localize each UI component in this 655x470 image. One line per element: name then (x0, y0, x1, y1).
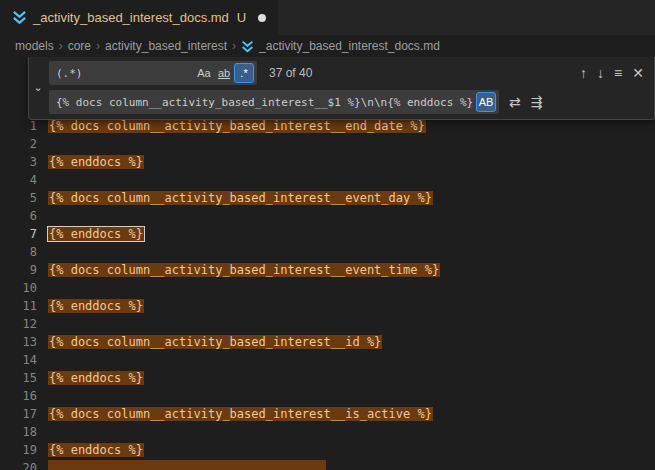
find-match (48, 460, 326, 470)
editor-pane[interactable]: ⌄ (.*) Aa ab .* 37 of 40 ↑ ↓ ≡ ✕ (0, 57, 655, 470)
line-content: {% docs column__activity_based_interest_… (46, 119, 655, 133)
find-match: {% docs column__activity_based_interest_… (48, 263, 440, 277)
match-case-toggle[interactable]: Aa (194, 63, 214, 83)
next-match-icon[interactable]: ↓ (597, 66, 604, 80)
editor-line[interactable]: 4 (0, 171, 655, 189)
replace-input[interactable]: {% docs column__activity_based_interest_… (49, 90, 499, 114)
replace-all-icon[interactable]: ⇶ (531, 95, 543, 109)
find-match: {% enddocs %} (48, 443, 144, 457)
line-number[interactable]: 7 (0, 227, 46, 241)
line-number[interactable]: 18 (0, 425, 46, 439)
editor-line[interactable]: 17{% docs column__activity_based_interes… (0, 405, 655, 423)
line-number[interactable]: 3 (0, 155, 46, 169)
line-content: {% docs column__activity_based_interest_… (46, 335, 655, 349)
line-number[interactable]: 12 (0, 317, 46, 331)
line-content: {% enddocs %} (46, 371, 655, 385)
line-number[interactable]: 9 (0, 263, 46, 277)
line-number[interactable]: 6 (0, 209, 46, 223)
line-content: {% docs column__activity_based_interest_… (46, 191, 655, 205)
breadcrumb-activity-based-interest[interactable]: activity_based_interest (105, 39, 227, 53)
editor-line[interactable]: 15{% enddocs %} (0, 369, 655, 387)
markdown-file-icon (12, 10, 27, 25)
editor-line[interactable]: 14 (0, 351, 655, 369)
breadcrumb: models › core › activity_based_interest … (0, 35, 655, 57)
chevron-right-icon: › (59, 39, 63, 53)
toggle-replace-button[interactable]: ⌄ (29, 61, 47, 114)
replace-one-icon[interactable]: ⇄ (509, 95, 521, 109)
whole-word-toggle[interactable]: ab (214, 63, 234, 83)
line-content: {% docs column__activity_based_interest_… (46, 407, 655, 421)
breadcrumb-file[interactable]: _activity_based_interest_docs.md (259, 39, 440, 53)
editor-line[interactable]: 8 (0, 243, 655, 261)
editor-line[interactable]: 12 (0, 315, 655, 333)
find-match: {% docs column__activity_based_interest_… (48, 335, 382, 349)
line-number[interactable]: 19 (0, 443, 46, 457)
find-row: (.*) Aa ab .* 37 of 40 ↑ ↓ ≡ ✕ (49, 61, 648, 85)
find-input[interactable]: (.*) Aa ab .* (49, 61, 257, 85)
editor-line[interactable]: 5{% docs column__activity_based_interest… (0, 189, 655, 207)
previous-match-icon[interactable]: ↑ (580, 66, 587, 80)
editor-line[interactable]: 19{% enddocs %} (0, 441, 655, 459)
line-content: {% enddocs %} (46, 227, 655, 241)
line-content (46, 460, 655, 470)
editor-line[interactable]: 13{% docs column__activity_based_interes… (0, 333, 655, 351)
line-content: {% enddocs %} (46, 443, 655, 457)
line-number[interactable]: 17 (0, 407, 46, 421)
editor-line[interactable]: 2 (0, 135, 655, 153)
line-number[interactable]: 5 (0, 191, 46, 205)
chevron-right-icon: › (96, 39, 100, 53)
find-match: {% enddocs %} (48, 299, 144, 313)
find-input-value[interactable]: (.*) (56, 67, 194, 80)
line-number[interactable]: 13 (0, 335, 46, 349)
editor-line[interactable]: 18 (0, 423, 655, 441)
editor-line[interactable]: 20 (0, 459, 655, 470)
replace-row: {% docs column__activity_based_interest_… (49, 90, 648, 114)
find-replace-widget: ⌄ (.*) Aa ab .* 37 of 40 ↑ ↓ ≡ ✕ (28, 57, 655, 120)
git-status-badge: U (237, 10, 246, 25)
line-number[interactable]: 2 (0, 137, 46, 151)
find-match: {% enddocs %} (48, 155, 144, 169)
find-in-selection-icon[interactable]: ≡ (614, 66, 622, 80)
line-content: {% docs column__activity_based_interest_… (46, 263, 655, 277)
match-count: 37 of 40 (269, 66, 312, 80)
find-match: {% docs column__activity_based_interest_… (48, 407, 433, 421)
chevron-right-icon: › (232, 39, 236, 53)
line-number[interactable]: 4 (0, 173, 46, 187)
chevron-down-icon: ⌄ (33, 81, 42, 94)
tab-activity-based-interest-docs[interactable]: _activity_based_interest_docs.md U (0, 0, 278, 35)
line-number[interactable]: 15 (0, 371, 46, 385)
editor-line[interactable]: 3{% enddocs %} (0, 153, 655, 171)
editor-line[interactable]: 6 (0, 207, 655, 225)
editor-line[interactable]: 11{% enddocs %} (0, 297, 655, 315)
markdown-file-icon (241, 40, 254, 53)
replace-input-value[interactable]: {% docs column__activity_based_interest_… (56, 96, 476, 109)
unsaved-changes-dot[interactable] (258, 14, 266, 22)
tab-filename: _activity_based_interest_docs.md (33, 10, 229, 25)
preserve-case-toggle[interactable]: AB (476, 92, 496, 112)
find-match: {% docs column__activity_based_interest_… (48, 191, 433, 205)
find-match: {% docs column__activity_based_interest_… (48, 119, 426, 133)
vscode-window: _activity_based_interest_docs.md U model… (0, 0, 655, 470)
line-number[interactable]: 10 (0, 281, 46, 295)
editor-line[interactable]: 16 (0, 387, 655, 405)
close-icon[interactable]: ✕ (632, 66, 644, 80)
line-number[interactable]: 1 (0, 119, 46, 133)
line-number[interactable]: 20 (0, 461, 46, 470)
find-match-current: {% enddocs %} (48, 227, 144, 241)
breadcrumb-core[interactable]: core (68, 39, 91, 53)
editor-line[interactable]: 9{% docs column__activity_based_interest… (0, 261, 655, 279)
breadcrumb-models[interactable]: models (15, 39, 54, 53)
line-content: {% enddocs %} (46, 299, 655, 313)
editor-line[interactable]: 10 (0, 279, 655, 297)
line-number[interactable]: 16 (0, 389, 46, 403)
find-match: {% enddocs %} (48, 371, 144, 385)
line-content: {% enddocs %} (46, 155, 655, 169)
line-number[interactable]: 14 (0, 353, 46, 367)
editor-line[interactable]: 7{% enddocs %} (0, 225, 655, 243)
tab-bar: _activity_based_interest_docs.md U (0, 0, 655, 35)
regex-toggle[interactable]: .* (234, 63, 254, 83)
line-number[interactable]: 11 (0, 299, 46, 313)
line-number[interactable]: 8 (0, 245, 46, 259)
